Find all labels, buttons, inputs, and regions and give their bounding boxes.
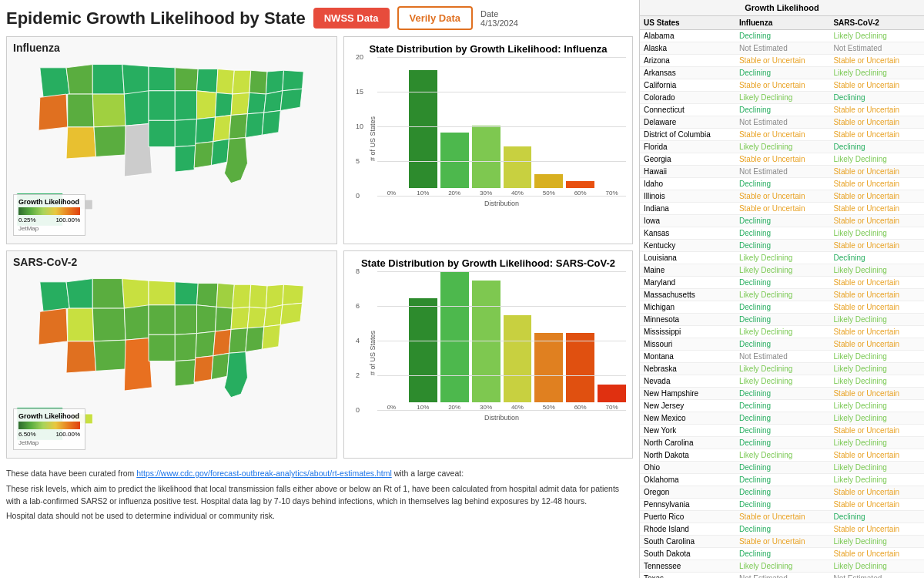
svg-marker-34: [175, 146, 196, 172]
influenza-status-cell: Not Estimated: [735, 116, 830, 129]
state-cell: New York: [640, 425, 735, 437]
table-row: South CarolinaStable or UncertainLikely …: [640, 536, 924, 548]
date-value: 4/13/2024: [480, 18, 518, 28]
svg-marker-17: [175, 91, 196, 121]
sars-status-cell: Likely Declining: [829, 363, 924, 375]
sars-status-cell: Stable or Uncertain: [829, 55, 924, 67]
influenza-status-cell: Declining: [735, 67, 830, 79]
influenza-status-cell: Declining: [735, 178, 830, 190]
sars-status-cell: Stable or Uncertain: [829, 449, 924, 462]
influenza-chart-title: State Distribution by Growth Likelihood:…: [350, 43, 626, 55]
sars-status-cell: Likely Declining: [829, 351, 924, 363]
svg-marker-54: [92, 308, 126, 341]
sars-status-cell: Likely Declining: [829, 437, 924, 449]
sars-legend: Growth Likelihood 6.50% 100.00% JetMap: [13, 408, 85, 450]
sars-status-cell: Stable or Uncertain: [829, 178, 924, 190]
state-cell: Florida: [640, 141, 735, 153]
state-cell: Ohio: [640, 462, 735, 474]
state-cell: Colorado: [640, 92, 735, 104]
state-cell: Alabama: [640, 30, 735, 42]
svg-marker-59: [215, 307, 232, 331]
legend-min-sars: 6.50%: [18, 431, 36, 438]
date-label: Date: [480, 9, 518, 18]
svg-marker-70: [213, 329, 231, 355]
influenza-status-cell: Declining: [735, 227, 830, 240]
svg-marker-50: [266, 284, 283, 308]
state-cell: Iowa: [640, 215, 735, 227]
svg-marker-2: [92, 65, 124, 95]
svg-marker-63: [280, 303, 302, 324]
svg-marker-45: [175, 282, 198, 305]
state-cell: Missouri: [640, 338, 735, 351]
svg-marker-35: [194, 142, 213, 168]
influenza-status-cell: Likely Declining: [735, 375, 830, 388]
svg-marker-56: [149, 305, 175, 335]
sars-status-cell: Likely Declining: [829, 30, 924, 42]
svg-marker-1: [66, 65, 92, 95]
svg-marker-31: [229, 114, 247, 139]
state-cell: Texas: [640, 573, 735, 579]
influenza-map: Influenza: [6, 36, 337, 244]
influenza-status-cell: Stable or Uncertain: [735, 203, 830, 215]
influenza-section: Influenza: [6, 36, 633, 244]
sars-status-cell: Stable or Uncertain: [829, 523, 924, 536]
svg-marker-9: [249, 70, 267, 94]
sars-status-cell: Stable or Uncertain: [829, 388, 924, 400]
sars-status-cell: Stable or Uncertain: [829, 104, 924, 116]
cdc-link[interactable]: https://www.cdc.gov/forecast-outbreak-an…: [136, 469, 391, 478]
sars-status-cell: Likely Declining: [829, 314, 924, 326]
sars-status-cell: Declining: [829, 141, 924, 153]
sars-status-cell: Likely Declining: [829, 474, 924, 486]
influenza-status-cell: Likely Declining: [735, 92, 830, 104]
svg-marker-26: [124, 124, 152, 176]
sars-status-cell: Stable or Uncertain: [829, 289, 924, 301]
influenza-status-cell: Likely Declining: [735, 326, 830, 338]
sars-status-cell: Stable or Uncertain: [829, 326, 924, 338]
table-row: MississippiLikely DecliningStable or Unc…: [640, 326, 924, 338]
sars-status-cell: Likely Declining: [829, 264, 924, 277]
svg-marker-71: [229, 328, 247, 354]
table-row: IdahoDecliningStable or Uncertain: [640, 178, 924, 190]
x-axis-label-inf: Distribution: [377, 200, 626, 207]
table-row: MissouriDecliningStable or Uncertain: [640, 338, 924, 351]
state-cell: Puerto Rico: [640, 511, 735, 523]
table-row: MontanaNot EstimatedLikely Declining: [640, 351, 924, 363]
influenza-status-cell: Declining: [735, 462, 830, 474]
inf-bars: 0 5 10 15 20 0%: [377, 58, 626, 197]
influenza-status-cell: Declining: [735, 412, 830, 425]
table-row: MassachusettsLikely DecliningStable or U…: [640, 289, 924, 301]
influenza-chart: State Distribution by Growth Likelihood:…: [343, 36, 633, 244]
table-row: CaliforniaStable or UncertainStable or U…: [640, 79, 924, 92]
state-cell: Oregon: [640, 486, 735, 499]
svg-marker-72: [246, 327, 264, 352]
table-row: South DakotaDecliningStable or Uncertain: [640, 548, 924, 560]
nwss-data-button[interactable]: NWSS Data: [313, 8, 390, 29]
verily-data-button[interactable]: Verily Data: [397, 6, 474, 30]
influenza-status-cell: Stable or Uncertain: [735, 129, 830, 141]
page-title: Epidemic Growth Likelihood by State: [6, 8, 306, 29]
influenza-status-cell: Stable or Uncertain: [735, 79, 830, 92]
svg-marker-66: [124, 338, 152, 391]
state-cell: Connecticut: [640, 104, 735, 116]
state-cell: Montana: [640, 351, 735, 363]
svg-marker-52: [38, 308, 68, 344]
state-cell: Oklahoma: [640, 474, 735, 486]
sars-status-cell: Likely Declining: [829, 67, 924, 79]
sars-status-cell: Likely Declining: [829, 227, 924, 240]
svg-marker-51: [283, 284, 303, 305]
table-row: North DakotaLikely DecliningStable or Un…: [640, 449, 924, 462]
influenza-status-cell: Declining: [735, 523, 830, 536]
sars-status-cell: Declining: [829, 511, 924, 523]
svg-marker-44: [149, 281, 175, 305]
svg-marker-13: [68, 94, 94, 127]
sars-chart-title: State Distribution by Growth Likelihood:…: [350, 257, 626, 269]
table-row: KentuckyDecliningStable or Uncertain: [640, 240, 924, 252]
state-cell: Maryland: [640, 277, 735, 289]
table-row: LouisianaLikely DecliningDeclining: [640, 252, 924, 264]
svg-marker-57: [175, 305, 196, 335]
sars-bars: 0 2 4 6 8 0%: [377, 272, 626, 411]
x-axis-label-sars: Distribution: [377, 414, 626, 422]
influenza-status-cell: Not Estimated: [735, 42, 830, 55]
legend-min-inf: 0.25%: [18, 217, 36, 223]
state-cell: Nebraska: [640, 363, 735, 375]
